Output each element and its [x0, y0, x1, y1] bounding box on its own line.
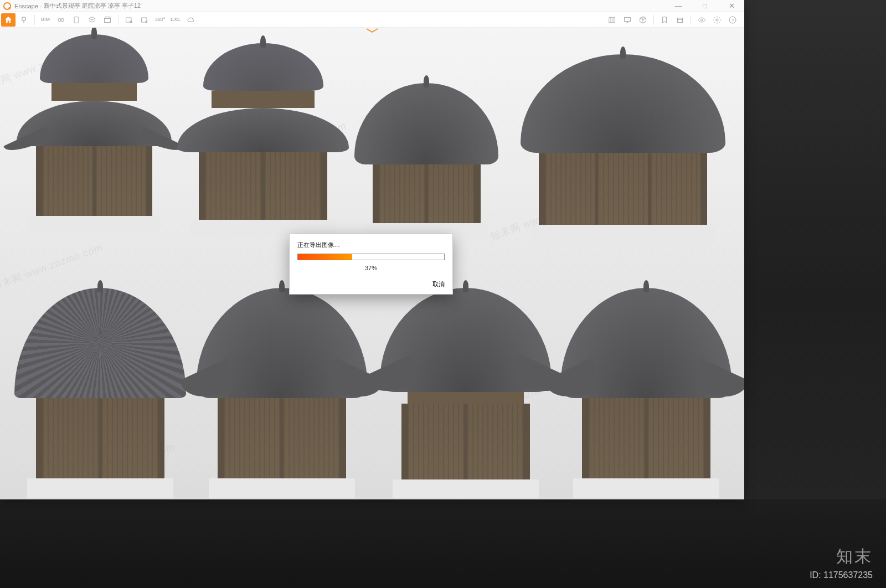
video-button[interactable]: [100, 13, 115, 27]
titlebar: Enscape - 新中式景观亭 庭院凉亭 凉亭 亭子12 — □ ✕: [0, 0, 744, 12]
svg-rect-3: [74, 17, 79, 23]
pavilion-model-2: [177, 43, 349, 237]
doc-button[interactable]: [69, 13, 84, 27]
bim-button[interactable]: BIM: [38, 13, 53, 27]
cloud-icon: [187, 16, 195, 24]
app-name: Enscape: [14, 3, 38, 9]
toolbar-collapse-handle[interactable]: [365, 28, 379, 33]
help-button[interactable]: ?: [725, 13, 740, 27]
main-toolbar: BIM 360° EXE: [0, 12, 744, 28]
cloud-button[interactable]: [184, 13, 198, 27]
render-viewport[interactable]: 知末网 www.znzmo.com 知末网 www.znzmo.com 知末网 …: [0, 28, 744, 499]
clapper-icon: [103, 16, 112, 24]
monitor-icon: [623, 16, 632, 24]
svg-point-2: [61, 18, 64, 21]
title-separator: -: [38, 3, 44, 9]
pavilion-model-5: [14, 288, 186, 498]
znzmo-brand-watermark: 知末: [836, 545, 873, 568]
progress-percent-label: 37%: [297, 265, 445, 271]
pavilion-model-6: [196, 288, 368, 498]
desktop-background-bottom: [0, 499, 886, 588]
pavilion-model-7: [380, 288, 552, 498]
pano-button[interactable]: 360°: [153, 13, 167, 27]
display-button[interactable]: [620, 13, 635, 27]
svg-point-0: [22, 17, 26, 20]
home-icon: [4, 16, 13, 24]
cube-button[interactable]: [636, 13, 650, 27]
pavilion-model-8: [560, 288, 732, 498]
home-button[interactable]: [1, 13, 16, 27]
pavilion-model-3: [354, 83, 498, 238]
export-progress-dialog: 正在导出图像… 37% 取消: [289, 234, 453, 295]
eye-icon: [697, 16, 706, 24]
bookmark-icon: [660, 16, 669, 24]
document-title: 新中式景观亭 庭院凉亭 凉亭 亭子12: [44, 2, 141, 10]
enscape-logo-icon: [3, 2, 11, 10]
export-dialog-title: 正在导出图像…: [297, 241, 445, 249]
settings-button[interactable]: [710, 13, 724, 27]
minimize-button[interactable]: —: [669, 2, 688, 10]
pavilion-model-1: [17, 34, 172, 234]
screenshot-out-icon: [140, 16, 149, 24]
layers-button[interactable]: [85, 13, 99, 27]
visibility-button[interactable]: [694, 13, 709, 27]
svg-rect-7: [625, 17, 631, 21]
assets-button[interactable]: [673, 13, 687, 27]
svg-text:?: ?: [732, 17, 734, 22]
cancel-button[interactable]: 取消: [297, 279, 445, 290]
map-icon: [607, 16, 616, 24]
layers-icon: [87, 16, 96, 24]
close-button[interactable]: ✕: [722, 2, 741, 10]
package-icon: [676, 16, 684, 24]
watermark-text: 知末网 www.znzmo.com: [0, 241, 105, 293]
maximize-button[interactable]: □: [696, 2, 714, 10]
capture-out-button[interactable]: [137, 13, 152, 27]
progress-bar: [297, 254, 445, 260]
bookmark-button[interactable]: [657, 13, 672, 27]
gear-icon: [713, 16, 722, 24]
znzmo-id-label: ID: 1175637235: [810, 570, 873, 580]
window-controls: — □ ✕: [669, 2, 741, 10]
svg-rect-4: [105, 18, 111, 22]
cube-icon: [638, 16, 647, 24]
help-icon: ?: [728, 16, 737, 24]
exe-export-button[interactable]: EXE: [168, 13, 183, 27]
view-sync-button[interactable]: [54, 13, 68, 27]
doc-icon: [72, 16, 81, 24]
svg-rect-8: [677, 18, 682, 22]
binoculars-icon: [56, 16, 65, 24]
enscape-window: Enscape - 新中式景观亭 庭院凉亭 凉亭 亭子12 — □ ✕ BIM: [0, 0, 744, 499]
svg-point-9: [700, 19, 702, 20]
pin-button[interactable]: [17, 13, 31, 27]
pin-icon: [19, 16, 28, 24]
screenshot-in-icon: [125, 16, 133, 24]
map-button[interactable]: [605, 13, 619, 27]
progress-fill: [298, 254, 352, 260]
svg-point-1: [58, 18, 61, 21]
capture-in-button[interactable]: [122, 13, 136, 27]
pavilion-model-4: [521, 54, 725, 243]
svg-point-10: [716, 19, 718, 21]
